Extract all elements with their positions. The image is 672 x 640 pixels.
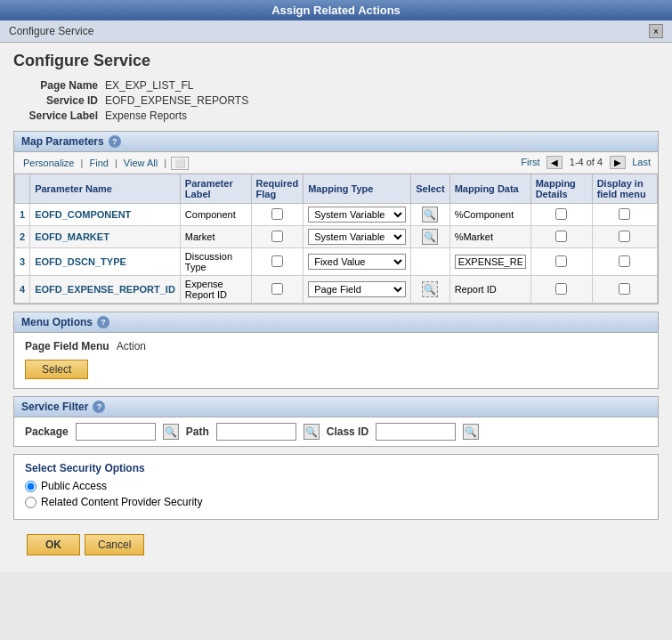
page-name-value: EX_EXP_LIST_FL (105, 79, 193, 92)
public-access-radio[interactable] (25, 481, 36, 492)
page-field-menu-value: Action (117, 340, 146, 352)
last-link[interactable]: Last (632, 157, 651, 167)
service-id-value: EOFD_EXPENSE_REPORTS (105, 94, 248, 107)
prev-nav-button[interactable]: ◀ (547, 156, 563, 169)
nav-info: First ◀ 1-4 of 4 ▶ Last (521, 156, 651, 169)
class-id-search-btn[interactable]: 🔍 (463, 424, 479, 440)
security-options-section: Select Security Options Public Access Re… (13, 454, 659, 520)
mapping-details-2[interactable] (555, 231, 567, 242)
first-link[interactable]: First (521, 157, 539, 167)
menu-options-header: Menu Options ? (14, 312, 658, 333)
select-button[interactable]: Select (25, 360, 88, 379)
row-num-1: 1 (15, 204, 30, 226)
page-name-label: Page Name (13, 79, 98, 92)
required-flag-2[interactable] (271, 231, 283, 242)
related-content-row: Related Content Provider Security (25, 496, 647, 508)
display-menu-3[interactable] (619, 255, 630, 267)
ok-button[interactable]: OK (27, 534, 80, 555)
table-row: 2 EOFD_MARKET Market System Variable Fix… (15, 226, 658, 248)
mapping-details-4[interactable] (555, 283, 567, 295)
mapping-type-select-4[interactable]: System Variable Fixed Value Page Field (308, 281, 406, 297)
path-label: Path (186, 425, 209, 438)
dialog-title: Configure Service (9, 25, 93, 37)
menu-options-body: Page Field Menu Action (14, 333, 658, 360)
col-required-header: Required Flag (251, 174, 304, 204)
export-icon[interactable]: ⬜ (171, 157, 189, 170)
mapping-data-4: Report ID (449, 276, 530, 304)
table-row: 3 EOFD_DSCN_TYPE Discussion Type System … (15, 248, 658, 276)
select-search-btn-2[interactable]: 🔍 (422, 229, 438, 245)
package-input[interactable] (76, 423, 156, 441)
required-flag-1[interactable] (271, 208, 283, 220)
info-table: Page Name EX_EXP_LIST_FL Service ID EOFD… (13, 79, 659, 122)
required-flag-4[interactable] (271, 283, 283, 295)
mapping-details-1[interactable] (555, 208, 567, 220)
row-num-4: 4 (15, 276, 30, 304)
required-flag-3[interactable] (271, 255, 283, 267)
page-field-menu-label: Page Field Menu (25, 340, 109, 352)
top-title: Assign Related Actions (271, 4, 401, 17)
map-parameters-help-icon[interactable]: ? (109, 135, 121, 148)
next-nav-button[interactable]: ▶ (610, 156, 626, 169)
related-content-label: Related Content Provider Security (41, 496, 202, 508)
row-num-3: 3 (15, 248, 30, 276)
public-access-label: Public Access (41, 480, 107, 492)
mapping-details-3[interactable] (555, 255, 567, 267)
toolbar-links: Personalize | Find | View All | ⬜ (21, 158, 189, 168)
row-num-2: 2 (15, 226, 30, 248)
mapping-data-1: %Component (449, 204, 530, 226)
col-param-name-header: Parameter Name (30, 174, 181, 204)
personalize-link[interactable]: Personalize (23, 158, 74, 168)
action-buttons: OK Cancel (13, 527, 659, 563)
menu-options-section: Menu Options ? Page Field Menu Action Se… (13, 312, 659, 389)
service-id-label: Service ID (13, 94, 98, 107)
security-options-title: Select Security Options (25, 462, 647, 474)
view-all-link[interactable]: View All (124, 158, 158, 168)
service-filter-title: Service Filter (21, 401, 88, 413)
param-label-4: Expense Report ID (180, 276, 251, 304)
package-label: Package (25, 425, 69, 438)
col-param-label-header: Parameter Label (180, 174, 251, 204)
col-mapping-details-header: Mapping Details (530, 174, 592, 204)
service-label-label: Service Label (13, 109, 98, 122)
public-access-row: Public Access (25, 480, 647, 492)
mapping-data-3 (449, 248, 530, 276)
dialog-title-bar: Configure Service × (0, 20, 672, 43)
display-menu-4[interactable] (619, 283, 630, 295)
page-title: Configure Service (13, 52, 659, 70)
select-search-btn-1[interactable]: 🔍 (422, 207, 438, 223)
param-name-3[interactable]: EOFD_DSCN_TYPE (35, 256, 126, 267)
menu-options-help-icon[interactable]: ? (97, 316, 109, 328)
parameters-table: Parameter Name Parameter Label Required … (14, 174, 658, 304)
param-label-2: Market (180, 226, 251, 248)
mapping-data-input-3[interactable] (455, 255, 526, 269)
mapping-data-2: %Market (449, 226, 530, 248)
service-filter-help-icon[interactable]: ? (93, 401, 105, 413)
mapping-type-select-3[interactable]: System Variable Fixed Value Page Field (308, 254, 406, 270)
related-content-radio[interactable] (25, 497, 36, 508)
param-name-1[interactable]: EOFD_COMPONENT (35, 209, 131, 220)
col-num-header (15, 174, 30, 204)
select-search-btn-4[interactable]: 🔍 (422, 281, 438, 297)
mapping-type-select-1[interactable]: System Variable Fixed Value Page Field (308, 207, 406, 223)
param-name-4[interactable]: EOFD_EXPENSE_REPORT_ID (35, 284, 175, 295)
package-search-btn[interactable]: 🔍 (163, 424, 179, 440)
col-display-menu-header: Display in field menu (592, 174, 657, 204)
param-name-2[interactable]: EOFD_MARKET (35, 231, 109, 242)
service-filter-header: Service Filter ? (14, 397, 658, 417)
class-id-input[interactable] (376, 423, 456, 441)
path-search-btn[interactable]: 🔍 (304, 424, 320, 440)
map-parameters-section: Map Parameters ? Personalize | Find | Vi… (13, 131, 659, 304)
dialog-close-button[interactable]: × (649, 24, 663, 38)
param-label-1: Component (180, 204, 251, 226)
menu-options-title: Menu Options (21, 316, 93, 328)
top-title-bar: Assign Related Actions (0, 0, 672, 20)
path-input[interactable] (216, 423, 296, 441)
cancel-button[interactable]: Cancel (85, 534, 144, 555)
find-link[interactable]: Find (89, 158, 108, 168)
mapping-type-select-2[interactable]: System Variable Fixed Value Page Field (308, 229, 406, 245)
display-menu-2[interactable] (619, 231, 630, 242)
param-label-3: Discussion Type (180, 248, 251, 276)
service-filter-section: Service Filter ? Package 🔍 Path 🔍 Class … (13, 396, 659, 447)
display-menu-1[interactable] (619, 208, 630, 220)
